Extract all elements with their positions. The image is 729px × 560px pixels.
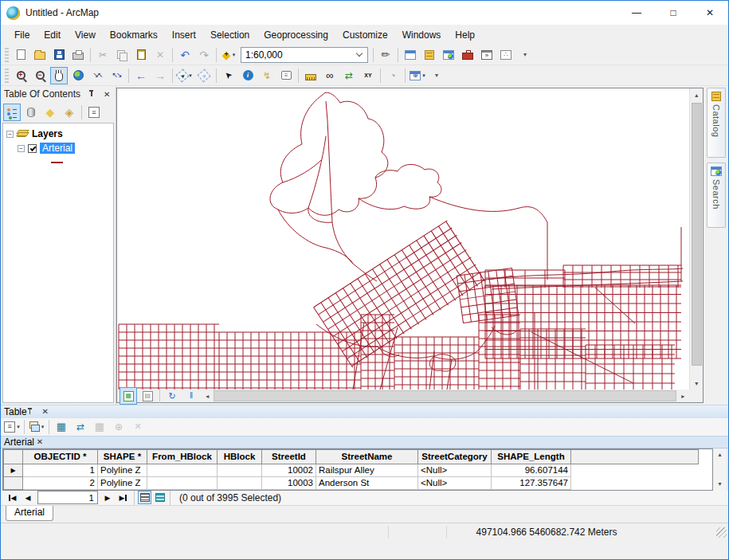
table-cell[interactable]: 1 [23,464,98,476]
dropdown-arrow-icon[interactable]: ▾ [17,424,20,430]
switch-selection-button[interactable]: ⇄ [72,418,89,436]
menu-item-file[interactable]: File [7,27,37,43]
collapse-icon[interactable]: − [18,145,25,152]
toc-options-button[interactable]: ≡ [85,104,103,121]
tools-overflow-button[interactable]: ▾ [428,67,445,84]
table-cell[interactable] [218,464,262,476]
menu-item-edit[interactable]: Edit [37,27,68,43]
pan-button[interactable] [50,67,68,84]
pin-icon[interactable] [88,90,95,98]
layer-symbol-row[interactable] [3,155,113,170]
toolbar-grip[interactable] [5,69,9,83]
scroll-down-icon[interactable]: ▾ [690,377,704,390]
table-cell[interactable]: 10003 [262,476,316,489]
previous-record-button[interactable]: ◀ [20,491,36,505]
dropdown-arrow-icon[interactable]: ▾ [41,424,45,430]
zoom-out-button[interactable]: − [31,67,49,84]
next-record-button[interactable]: ▶ [100,491,116,505]
new-document-button[interactable] [12,46,29,64]
python-window-button[interactable]: » [478,46,496,64]
maximize-button[interactable]: □ [655,1,692,25]
menu-item-help[interactable]: Help [448,27,482,43]
chevron-down-icon[interactable] [356,50,363,57]
html-popup-button[interactable]: ≡ [277,67,295,84]
table-options-button[interactable]: ≡▾ [3,418,21,436]
save-button[interactable] [50,46,68,64]
menu-item-windows[interactable]: Windows [395,27,449,43]
menu-item-geoprocessing[interactable]: Geoprocessing [257,27,335,43]
toolbar-overflow-button[interactable]: ▾ [516,46,534,64]
table-cell[interactable]: Railspur Alley [316,464,418,476]
select-elements-button[interactable]: ➤ [220,67,237,84]
table-layer-close-icon[interactable]: ✕ [34,437,45,446]
layer-visibility-checkbox[interactable] [28,144,37,153]
find-route-button[interactable]: ⇄ [340,67,358,84]
viewer-window-button[interactable]: ⊕▾ [409,67,426,84]
editor-toolbar-button[interactable]: ✏ [377,46,394,64]
related-tables-button[interactable]: ▾ [28,418,45,436]
table-cell[interactable] [147,464,218,476]
dropdown-arrow-icon[interactable]: ▾ [189,72,192,79]
arterial-layer-row[interactable]: − Arterial [3,141,113,155]
row-selector[interactable] [4,476,23,489]
menu-item-selection[interactable]: Selection [203,27,257,43]
list-by-source-button[interactable] [22,104,40,121]
fixed-zoom-in-button[interactable]: ↘↖ [88,67,106,84]
minimize-button[interactable]: — [618,1,655,25]
measure-button[interactable] [302,67,319,84]
current-record-input[interactable] [37,491,98,504]
identify-button[interactable]: i [239,67,257,84]
list-by-selection-button[interactable]: ◈ [61,104,78,121]
menu-item-insert[interactable]: Insert [165,27,203,43]
back-extent-button[interactable]: ← [132,67,150,84]
zoom-in-button[interactable]: + [12,67,29,84]
table-cell[interactable]: Polyline Z [98,464,147,476]
menu-item-bookmarks[interactable]: Bookmarks [103,27,165,43]
table-cell[interactable] [147,476,218,489]
column-header-shape[interactable]: SHAPE * [98,449,147,464]
arcglobe-window-button[interactable] [440,46,457,64]
column-header-hblock[interactable]: HBlock [218,449,262,464]
add-data-button[interactable]: ◆+▾ [220,46,237,64]
find-button[interactable]: ∞ [321,67,339,84]
full-extent-button[interactable] [69,67,87,84]
select-features-button[interactable]: ➤▾ [176,67,194,84]
collapse-icon[interactable]: − [6,131,14,138]
table-cell[interactable]: 96.607144 [492,464,571,476]
list-by-visibility-button[interactable]: ◆ [41,104,59,121]
layout-view-button[interactable]: ▤ [139,387,156,405]
table-of-contents-window-button[interactable] [402,46,419,64]
scroll-up-icon[interactable]: ▴ [713,448,727,461]
map-scale-combo[interactable]: 1:60,000 [241,47,368,63]
toc-close-icon[interactable]: ✕ [101,90,112,99]
table-row[interactable]: 2Polyline Z10003Anderson St<Null>127.357… [4,476,699,489]
table-cell[interactable] [218,476,262,489]
vertical-scroll-thumb[interactable] [692,103,702,366]
dropdown-arrow-icon[interactable]: ▾ [233,52,236,58]
column-header-objectid[interactable]: OBJECTID * [23,449,98,464]
pause-drawing-button[interactable]: ‖ [182,387,200,405]
row-selector[interactable]: ▶ [4,464,23,476]
scroll-right-icon[interactable]: ▸ [676,390,689,402]
column-header-streetname[interactable]: StreetName [316,449,418,464]
table-cell[interactable]: <Null> [418,476,492,489]
scroll-down-icon[interactable]: ▾ [713,478,727,491]
first-record-button[interactable]: ◀ [4,491,20,505]
column-header-streetcategory[interactable]: StreetCategory [418,449,492,464]
last-record-button[interactable]: ▶ [116,491,131,505]
table-cell[interactable]: Anderson St [316,476,418,489]
print-button[interactable] [69,46,87,64]
table-cell[interactable]: <Null> [418,464,492,476]
catalog-window-button[interactable] [421,46,438,64]
list-by-drawing-order-button[interactable] [3,104,21,121]
pin-icon[interactable] [27,408,33,416]
arctoolbox-window-button[interactable] [459,46,476,64]
scroll-left-icon[interactable]: ◂ [201,390,214,402]
open-folder-button[interactable] [31,46,49,64]
search-tab[interactable]: Search [707,163,726,228]
table-cell[interactable]: 2 [23,476,98,489]
select-by-attributes-button[interactable]: ▦ [53,418,70,436]
menu-item-view[interactable]: View [68,27,103,43]
close-button[interactable]: ✕ [692,1,728,25]
column-header-fromhblock[interactable]: From_HBlock [147,449,218,464]
